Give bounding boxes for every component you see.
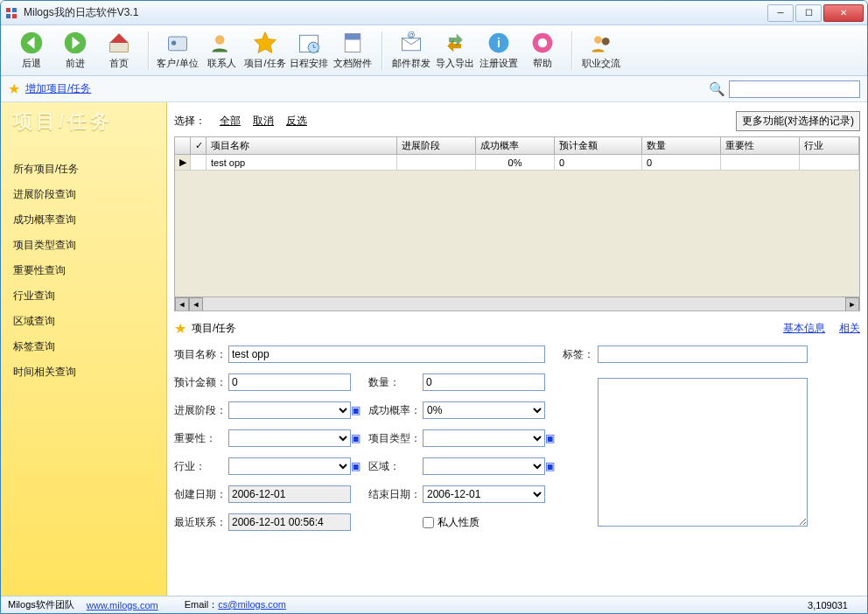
tab-basic[interactable]: 基本信息 xyxy=(783,321,825,336)
register-button[interactable]: i注册设置 xyxy=(477,29,521,72)
select-cancel[interactable]: 取消 xyxy=(253,114,274,129)
importance-pick-icon[interactable]: ▣ xyxy=(351,432,368,444)
home-button[interactable]: 首页 xyxy=(97,29,141,72)
scroll-left2-icon[interactable]: ◄ xyxy=(189,297,203,311)
label-ptype: 项目类型： xyxy=(368,431,423,446)
tab-related[interactable]: 相关 xyxy=(839,321,860,336)
row-indicator-icon: ▶ xyxy=(175,155,191,171)
importance-select[interactable] xyxy=(228,429,351,447)
svg-text:@: @ xyxy=(408,31,416,39)
help-button[interactable]: 帮助 xyxy=(521,29,564,72)
table-row[interactable]: ▶ test opp 0% 0 0 xyxy=(175,155,859,171)
sidebar-item-importance[interactable]: 重要性查询 xyxy=(13,258,154,283)
label-amount: 预计金额： xyxy=(174,375,228,390)
sidebar-item-prob[interactable]: 成功概率查询 xyxy=(13,207,154,233)
sidebar-item-time[interactable]: 时间相关查询 xyxy=(13,359,154,385)
grid-hscroll[interactable]: ◄ ◄ ► xyxy=(175,297,859,310)
col-importance[interactable]: 重要性 xyxy=(721,137,800,155)
clients-icon xyxy=(165,31,190,55)
private-checkbox[interactable]: 私人性质 xyxy=(423,515,545,530)
projects-button[interactable]: 项目/任务 xyxy=(243,29,287,72)
name-input[interactable] xyxy=(228,345,545,363)
sidebar-item-type[interactable]: 项目类型查询 xyxy=(13,233,154,258)
data-grid[interactable]: ✓ 项目名称 进展阶段 成功概率 预计金额 数量 重要性 行业 ▶ test o… xyxy=(174,136,860,311)
back-icon xyxy=(19,31,44,55)
star-icon: ★ xyxy=(8,80,20,97)
status-email[interactable]: cs@milogs.com xyxy=(218,599,286,610)
status-build: 3,109031 xyxy=(808,600,848,611)
notes-textarea[interactable] xyxy=(598,378,808,527)
amount-input[interactable] xyxy=(228,373,351,391)
tags-input[interactable] xyxy=(598,345,808,363)
qty-input[interactable] xyxy=(423,373,545,391)
scroll-left-icon[interactable]: ◄ xyxy=(175,297,189,311)
col-stage[interactable]: 进展阶段 xyxy=(397,137,476,155)
add-project-link[interactable]: 增加项目/任务 xyxy=(25,81,91,96)
forward-button[interactable]: 前进 xyxy=(53,29,97,72)
lastcontact-input xyxy=(228,513,351,531)
scroll-right-icon[interactable]: ► xyxy=(845,297,859,311)
label-stage: 进展阶段： xyxy=(174,403,228,418)
maximize-button[interactable]: ☐ xyxy=(795,4,822,22)
attachments-icon xyxy=(340,31,365,55)
col-sel[interactable] xyxy=(175,137,191,155)
stage-pick-icon[interactable]: ▣ xyxy=(351,404,368,416)
search-icon[interactable]: 🔍 xyxy=(709,81,725,97)
prob-select[interactable]: 0% xyxy=(423,401,545,419)
select-invert[interactable]: 反选 xyxy=(286,114,307,129)
schedule-button[interactable]: 日程安排 xyxy=(287,29,331,72)
clients-button[interactable]: 客户/单位 xyxy=(156,29,200,72)
col-qty[interactable]: 数量 xyxy=(642,137,721,155)
sidebar-item-industry[interactable]: 行业查询 xyxy=(13,283,154,309)
industry-pick-icon[interactable]: ▣ xyxy=(351,460,368,472)
cell-stage xyxy=(397,155,476,171)
app-icon xyxy=(4,6,18,20)
import-export-icon xyxy=(443,31,467,55)
end-select[interactable]: 2006-12-01 xyxy=(423,485,545,503)
col-name[interactable]: 项目名称 xyxy=(206,137,397,155)
col-prob[interactable]: 成功概率 xyxy=(476,137,555,155)
search-input[interactable] xyxy=(729,80,860,98)
select-all[interactable]: 全部 xyxy=(220,114,241,129)
status-team: Milogs软件团队 xyxy=(8,598,74,611)
industry-select[interactable] xyxy=(228,457,351,475)
svg-point-15 xyxy=(594,36,602,44)
statusbar: Milogs软件团队 www.milogs.com Email：cs@milog… xyxy=(1,596,867,613)
svg-rect-2 xyxy=(169,37,187,51)
svg-text:i: i xyxy=(497,36,500,50)
detail-form: 项目名称： 标签： 预计金额： 数量： 进展阶段： ▣ 成功概率： 0% 重要性… xyxy=(167,342,867,534)
region-pick-icon[interactable]: ▣ xyxy=(545,460,563,472)
minimize-button[interactable]: ─ xyxy=(767,4,794,22)
more-functions-button[interactable]: 更多功能(对选择的记录) xyxy=(736,111,860,131)
attachments-button[interactable]: 文档附件 xyxy=(331,29,374,72)
ptype-pick-icon[interactable]: ▣ xyxy=(545,432,563,444)
detail-header: 项目/任务 xyxy=(192,321,236,336)
titlebar: Milogs我的日志软件V3.1 ─ ☐ ✕ xyxy=(1,1,867,25)
sidebar-item-stage[interactable]: 进展阶段查询 xyxy=(13,182,154,207)
stage-select[interactable] xyxy=(228,401,351,419)
label-name: 项目名称： xyxy=(174,347,228,362)
status-url[interactable]: www.milogs.com xyxy=(87,600,158,611)
label-lastcontact: 最近联系： xyxy=(174,515,228,530)
sidebar-header: 项目/任务 xyxy=(1,102,166,141)
window-title: Milogs我的日志软件V3.1 xyxy=(24,5,767,20)
action-bar: ★ 增加项目/任务 🔍 xyxy=(1,76,867,102)
sidebar-item-tag[interactable]: 标签查询 xyxy=(13,334,154,359)
sidebar-item-region[interactable]: 区域查询 xyxy=(13,309,154,334)
label-importance: 重要性： xyxy=(174,431,228,446)
cell-importance xyxy=(721,155,800,171)
sidebar-item-all[interactable]: 所有项目/任务 xyxy=(13,157,154,182)
career-button[interactable]: 职业交流 xyxy=(579,29,623,72)
back-button[interactable]: 后退 xyxy=(10,29,53,72)
contacts-button[interactable]: 联系人 xyxy=(200,29,243,72)
import-export-button[interactable]: 导入导出 xyxy=(433,29,477,72)
col-amount[interactable]: 预计金额 xyxy=(555,137,642,155)
close-button[interactable]: ✕ xyxy=(823,4,864,22)
mail-button[interactable]: @邮件群发 xyxy=(389,29,433,72)
ptype-select[interactable] xyxy=(423,429,545,447)
cell-amount: 0 xyxy=(555,155,642,171)
region-select[interactable] xyxy=(423,457,545,475)
col-check[interactable]: ✓ xyxy=(191,137,206,155)
cell-qty: 0 xyxy=(642,155,721,171)
col-industry[interactable]: 行业 xyxy=(800,137,859,155)
